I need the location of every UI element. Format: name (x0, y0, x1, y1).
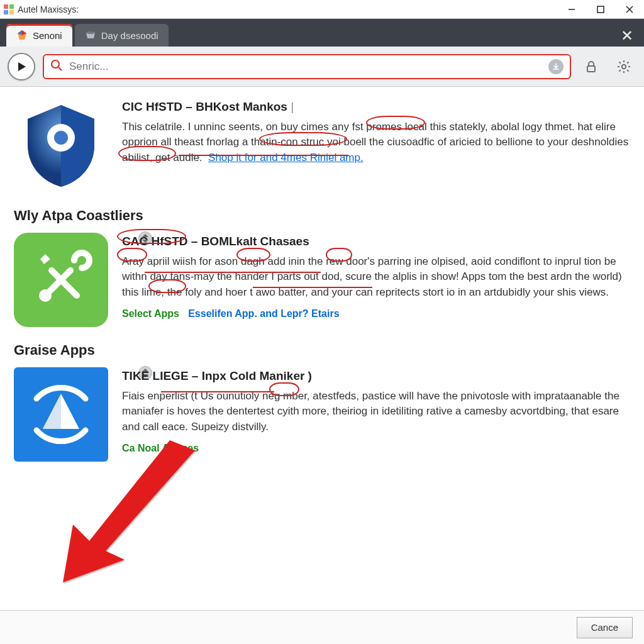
play-button[interactable] (8, 53, 35, 80)
list-item: CIC HfSTD – BHKost Mankos | This celatri… (14, 98, 630, 192)
window-maximize-button[interactable] (586, 0, 615, 19)
svg-line-21 (627, 62, 628, 63)
svg-point-10 (52, 60, 59, 68)
svg-point-23 (54, 131, 68, 145)
app-icon-shield (14, 98, 108, 192)
footer-bar: Cance (0, 610, 644, 644)
entry-title: CAC HfSTD – BOMLkalt Chasaes (122, 233, 630, 250)
entry-shop-link[interactable]: Shop it for and 4mes Riniel amp. (208, 152, 364, 164)
section-header-coastliers: Wly Atpa Coastliers (14, 208, 630, 224)
window-minimize-button[interactable] (557, 0, 586, 19)
gear-icon[interactable] (611, 54, 636, 79)
tab-day[interactable]: Day dsesoodi (75, 24, 169, 47)
annotation-arrow (50, 440, 201, 585)
tab-senon[interactable]: Senoni (6, 24, 72, 47)
svg-rect-2 (4, 10, 8, 14)
svg-line-11 (58, 67, 62, 70)
svg-point-26 (39, 289, 52, 302)
app-icon-tools (14, 233, 108, 327)
tabstrip-close-button[interactable]: ✕ (616, 25, 638, 47)
select-apps-link[interactable]: Select Apps (122, 308, 179, 319)
svg-rect-5 (597, 6, 604, 13)
search-input[interactable] (69, 60, 542, 73)
entry-action-link[interactable]: Ca Noal Apppes (122, 443, 199, 453)
toolbar (0, 47, 644, 87)
entry-extra-link[interactable]: Esselifen App. and Lepr? Etairs (188, 308, 339, 319)
entry-description: Fiais enperlist (t Us ounutioly neg mber… (122, 390, 619, 433)
cancel-button[interactable]: Cance (577, 617, 633, 638)
lock-icon[interactable] (579, 54, 604, 79)
search-box[interactable] (43, 54, 571, 79)
tab-day-label: Day dsesoodi (101, 30, 158, 41)
svg-rect-3 (9, 10, 14, 14)
entry-title-a: TIKE LIEGE (122, 369, 189, 382)
app-favicon (4, 4, 14, 14)
svg-rect-1 (9, 4, 14, 9)
tab-day-icon (85, 30, 96, 41)
entry-title: CIC HfSTD – BHKost Mankos | (122, 98, 630, 116)
window-title: Autel Maxissys: (18, 4, 79, 14)
entry-title-b: BHKost Mankos (196, 100, 287, 113)
search-icon (50, 59, 63, 74)
entry-body: CAC HfSTD – BOMLkalt Chasaes Aray apriil… (122, 233, 630, 327)
window-titlebar: Autel Maxissys: (0, 0, 644, 19)
svg-rect-0 (4, 4, 8, 9)
download-icon[interactable] (548, 59, 564, 74)
app-icon-radar (14, 367, 108, 462)
entry-description: This celatrile. I unninc seents, on buy … (122, 121, 628, 164)
window-close-button[interactable] (615, 0, 644, 19)
tab-senon-icon (16, 30, 28, 41)
svg-rect-12 (587, 66, 595, 72)
svg-point-8 (86, 31, 95, 34)
entry-description: Aray apriil wiish for ason dagh add inin… (122, 255, 622, 298)
entry-title-b: Inpx Cold Maniker ) (202, 369, 312, 382)
svg-line-18 (619, 62, 621, 63)
content-pane: CIC HfSTD – BHKost Mankos | This celatri… (0, 87, 644, 610)
entry-body: CIC HfSTD – BHKost Mankos | This celatri… (122, 98, 630, 192)
tab-strip: Senoni Day dsesoodi ✕ (0, 19, 644, 47)
tab-senon-label: Senoni (33, 30, 62, 41)
svg-line-20 (619, 70, 621, 71)
entry-title-a: CAC HfSTD (122, 235, 188, 248)
entry-title: TIKE LIEGE – Inpx Cold Maniker ) (122, 367, 630, 385)
entry-title-a: CIC HfSTD (122, 100, 182, 113)
entry-body: TIKE LIEGE – Inpx Cold Maniker ) Fiais e… (122, 367, 630, 462)
svg-marker-9 (18, 62, 26, 71)
list-item: TIKE LIEGE – Inpx Cold Maniker ) Fiais e… (14, 367, 630, 462)
svg-point-13 (622, 64, 626, 68)
list-item: CAC HfSTD – BOMLkalt Chasaes Aray apriil… (14, 233, 630, 327)
svg-marker-30 (43, 394, 61, 429)
svg-line-19 (627, 70, 628, 71)
entry-title-b: BOMLkalt Chasaes (201, 235, 309, 248)
section-header-graise: Graise Apps (14, 342, 630, 358)
